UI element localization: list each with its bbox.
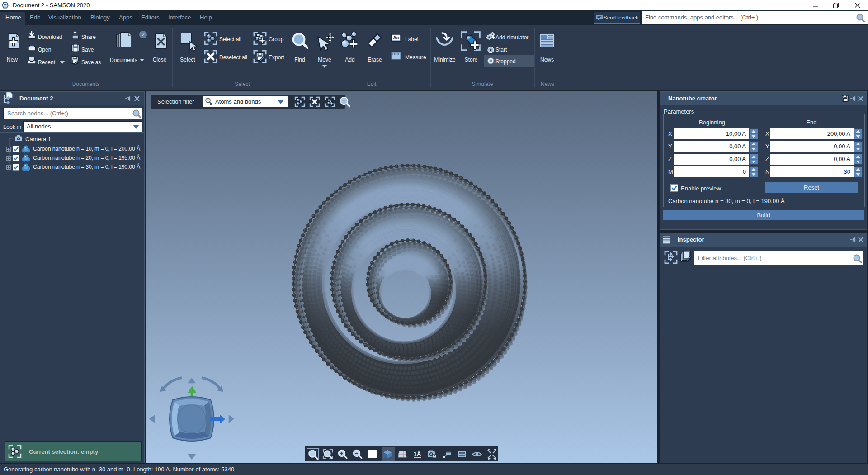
svg-text:1Å: 1Å bbox=[414, 451, 421, 457]
svg-text:Aa: Aa bbox=[393, 35, 399, 40]
